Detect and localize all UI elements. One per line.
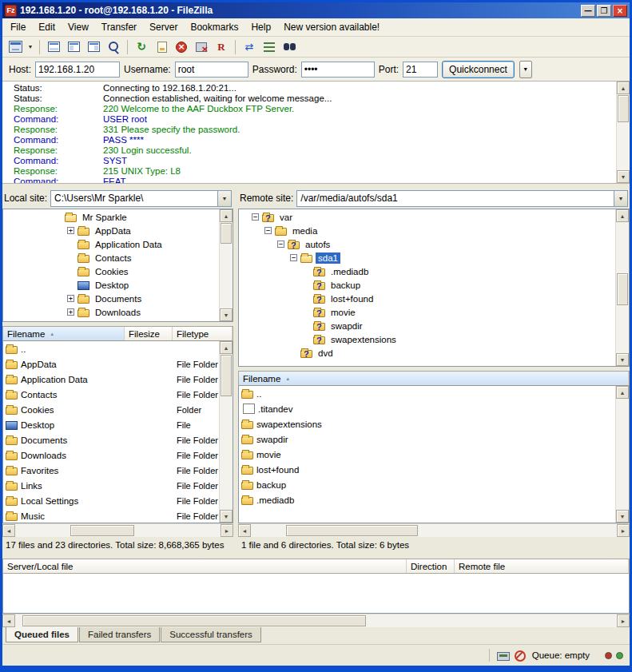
queue-list[interactable] [2,574,630,614]
toggle-transfer-queue-button[interactable] [104,38,123,56]
queue-tab[interactable]: Failed transfers [79,627,160,642]
file-row[interactable]: .. [239,386,615,401]
find-files-button[interactable] [280,38,299,56]
file-row[interactable]: Links File Folder [3,478,219,493]
password-input[interactable] [301,62,375,78]
scroll-down-icon[interactable]: ▼ [616,510,629,523]
local-list-scrollbar[interactable]: ▲ ▼ [219,341,233,523]
file-row[interactable]: Documents File Folder [3,432,219,447]
expander-icon[interactable] [67,227,74,234]
file-row[interactable]: Music File Folder [3,508,219,523]
scroll-left-icon[interactable]: ◄ [238,524,251,537]
site-manager-dropdown[interactable]: ▼ [26,38,35,56]
chevron-down-icon[interactable]: ▼ [614,191,627,206]
queue-tab[interactable]: Queued files [6,627,78,642]
maximize-button[interactable]: ❐ [597,5,611,17]
tree-item[interactable]: Application Data [3,237,219,251]
disconnect-button[interactable] [192,38,211,56]
scroll-left-icon[interactable]: ◄ [2,614,15,627]
column-header[interactable]: Filename [239,372,629,385]
file-row[interactable]: Downloads File Folder [3,447,219,463]
toggle-remote-tree-button[interactable] [84,38,103,56]
tree-item[interactable]: var [239,210,615,224]
toggle-local-tree-button[interactable] [64,38,83,56]
chevron-down-icon[interactable]: ▼ [217,191,231,206]
scroll-down-icon[interactable]: ▼ [616,353,629,366]
site-manager-button[interactable] [6,38,25,56]
file-row[interactable]: Favorites File Folder [3,463,219,478]
column-header[interactable]: Filesize [125,327,173,340]
host-input[interactable] [35,62,120,78]
file-row[interactable]: swapdir [239,431,615,447]
tree-item[interactable]: media [239,224,615,237]
expander-icon[interactable] [67,308,74,316]
tree-item[interactable]: swapdir [239,319,615,332]
queue-hscrollbar[interactable]: ◄ ► [2,614,630,627]
remote-site-combobox[interactable]: /var/media/autofs/sda1 ▼ [296,190,628,207]
message-log-scrollbar[interactable]: ▲ ▼ [616,82,630,183]
synchronized-browsing-button[interactable] [260,38,279,56]
reconnect-button[interactable] [212,38,231,56]
scrollbar-thumb[interactable] [286,525,418,536]
file-row[interactable]: Local Settings File Folder [3,493,219,508]
file-row[interactable]: Contacts File Folder [3,387,219,402]
scroll-down-icon[interactable]: ▼ [220,308,233,321]
synchronized-browsing-status-icon[interactable] [497,652,510,661]
minimize-button[interactable]: — [581,5,595,17]
tree-item[interactable]: Downloads [3,305,219,319]
file-row[interactable]: .. [3,341,219,356]
username-input[interactable] [175,62,248,78]
quickconnect-button[interactable]: Quickconnect [442,61,515,78]
titlebar[interactable]: Fz 192.168.1.20 - root@192.168.1.20 - Fi… [2,2,630,18]
scrollbar-thumb[interactable] [221,355,232,396]
filter-button[interactable] [152,38,171,56]
remote-list-hscrollbar[interactable]: ◄ ► [238,523,630,537]
file-row[interactable]: Application Data File Folder [3,372,219,387]
column-header[interactable]: Filename [3,327,125,340]
port-input[interactable] [403,62,438,78]
menu-item[interactable]: Edit [32,19,62,35]
expander-icon[interactable] [67,295,74,302]
menu-item[interactable]: Server [143,19,184,35]
scrollbar-thumb[interactable] [618,95,629,122]
local-list-hscrollbar[interactable]: ◄ ► [2,523,233,537]
tree-item[interactable]: lost+found [239,292,615,305]
file-row[interactable]: .titandev [239,401,615,416]
scrollbar-thumb[interactable] [221,223,232,244]
scroll-down-icon[interactable]: ▼ [220,510,233,523]
scrollbar-thumb[interactable] [22,615,366,626]
scroll-right-icon[interactable]: ► [221,524,233,537]
cancel-button[interactable] [172,38,191,56]
menu-item[interactable]: Help [244,19,277,35]
tree-item[interactable]: backup [239,278,615,292]
tree-item[interactable]: movie [239,305,615,319]
expander-icon[interactable] [264,227,272,234]
local-tree-scrollbar[interactable]: ▲ ▼ [219,209,233,321]
file-row[interactable]: lost+found [239,462,615,477]
scroll-up-icon[interactable]: ▲ [220,341,233,354]
tree-item[interactable]: sda1 [239,251,615,264]
expander-icon[interactable] [290,254,297,261]
file-row[interactable]: Cookies Folder [3,402,219,417]
tree-item[interactable]: swapextensions [239,332,615,346]
menu-item[interactable]: Transfer [95,19,143,35]
queue-tab[interactable]: Successful transfers [161,627,261,642]
column-header[interactable]: Server/Local file [3,559,407,573]
filter-status-icon[interactable] [513,650,526,661]
menu-item[interactable]: Bookmarks [184,19,244,35]
tree-item[interactable]: autofs [239,237,615,251]
scroll-right-icon[interactable]: ► [617,614,630,627]
quickconnect-dropdown[interactable]: ▼ [519,61,532,78]
refresh-button[interactable] [132,38,151,56]
menu-item[interactable]: File [4,19,32,35]
expander-icon[interactable] [252,213,259,221]
tree-item[interactable]: Cookies [3,264,219,278]
compare-directories-button[interactable] [240,38,259,56]
scroll-down-icon[interactable]: ▼ [617,170,630,183]
scroll-right-icon[interactable]: ► [617,524,630,537]
file-row[interactable]: movie [239,447,615,462]
scrollbar-thumb[interactable] [617,273,628,305]
menu-item[interactable]: New version available! [277,19,386,35]
scroll-up-icon[interactable]: ▲ [616,209,629,222]
scroll-up-icon[interactable]: ▲ [220,209,233,222]
